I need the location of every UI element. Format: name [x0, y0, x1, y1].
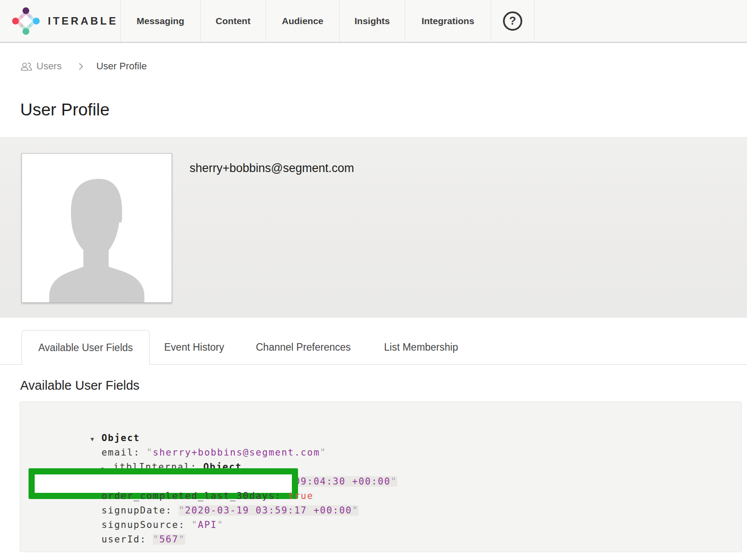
users-icon — [20, 61, 32, 72]
field-value-wrap: true — [288, 491, 314, 501]
nav-item-content[interactable]: Content — [200, 0, 266, 42]
help-icon: ? — [503, 11, 522, 31]
field-key: order_completed_last_30days — [101, 491, 288, 501]
nav-item-messaging[interactable]: Messaging — [120, 0, 200, 42]
field-row-email: emailsherry+bobbins@segment.com — [39, 431, 741, 445]
avatar-placeholder — [22, 153, 172, 303]
page-title: User Profile — [20, 100, 110, 119]
brand-name: ITERABLE — [48, 15, 118, 27]
user-profile-page: ITERABLE Messaging Content Audience Insi… — [0, 0, 747, 560]
profile-summary-band: sherry+bobbins@segment.com — [0, 137, 747, 318]
tab-event-history[interactable]: Event History — [164, 330, 224, 364]
top-nav: ITERABLE Messaging Content Audience Insi… — [0, 0, 747, 43]
breadcrumb: Users User Profile — [20, 61, 147, 72]
profile-tabs: Available User Fields Event History Chan… — [0, 330, 747, 365]
nav-item-integrations[interactable]: Integrations — [405, 0, 491, 42]
field-row-signupsource: signupSourceAPI — [39, 503, 741, 518]
user-fields-panel: Object emailsherry+bobbins@segment.com i… — [20, 402, 742, 552]
iterable-logo[interactable]: ITERABLE — [0, 0, 120, 42]
nav-item-insights[interactable]: Insights — [339, 0, 405, 42]
field-value: true — [288, 491, 314, 501]
person-silhouette-icon — [22, 154, 172, 302]
breadcrumb-current: User Profile — [96, 61, 147, 72]
profile-email: sherry+bobbins@segment.com — [190, 162, 354, 175]
tab-channel-preferences[interactable]: Channel Preferences — [256, 330, 351, 364]
field-key: userId — [101, 534, 153, 545]
breadcrumb-users-link[interactable]: Users — [36, 61, 61, 72]
section-heading: Available User Fields — [20, 378, 140, 393]
field-row-order-completed: order_completed_last_30daystrue — [39, 474, 741, 489]
help-button[interactable]: ? — [491, 0, 535, 42]
tab-list-membership[interactable]: List Membership — [384, 330, 458, 364]
field-value-wrap: 567 — [153, 534, 185, 545]
field-value: 567 — [153, 534, 185, 545]
field-row-userid: userId567 — [39, 518, 741, 532]
field-row-itblinternal[interactable]: itblInternalObject — [39, 445, 741, 460]
iterable-logo-icon — [12, 7, 40, 35]
json-tree: Object emailsherry+bobbins@segment.com i… — [20, 402, 741, 532]
json-root-row[interactable]: Object — [39, 416, 741, 431]
tab-available-user-fields[interactable]: Available User Fields — [22, 330, 150, 365]
chevron-right-icon — [76, 63, 83, 70]
nav-item-audience[interactable]: Audience — [266, 0, 339, 42]
